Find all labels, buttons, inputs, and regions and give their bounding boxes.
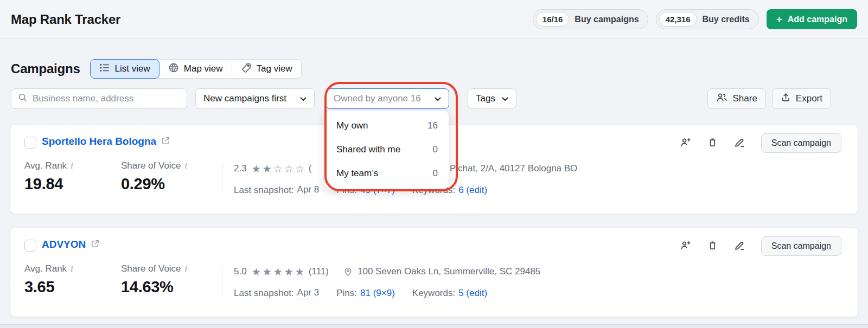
chevron-down-icon (502, 93, 508, 104)
star-rating-icons: ★★☆☆☆ (252, 164, 306, 174)
campaign-address: 100 Seven Oaks Ln, Summerville, SC 29485 (358, 266, 540, 277)
sort-value: New campaigns first (203, 93, 286, 104)
last-snapshot-label: Last snapshot: (234, 185, 294, 196)
chevron-down-icon (300, 93, 307, 104)
menu-item-count: 0 (433, 144, 438, 155)
share-of-voice-label: Share of Voice (121, 263, 181, 274)
sort-dropdown[interactable]: New campaigns first (195, 88, 315, 109)
avg-rank-label: Avg. Rank (24, 160, 67, 171)
share-of-voice-value: 0.29% (121, 175, 187, 193)
star-rating-icons: ★★★★★ (252, 267, 306, 277)
export-label: Export (796, 93, 822, 104)
campaign-checkbox[interactable] (24, 240, 36, 252)
trash-icon (707, 240, 718, 252)
person-add-icon (680, 137, 691, 149)
avg-rank-value: 3.65 (24, 278, 73, 296)
chevron-down-icon (435, 93, 441, 104)
snapshot-date[interactable]: Apr 8 (297, 184, 320, 196)
plus-icon: + (776, 14, 782, 24)
campaign-address: Pichat, 2/A, 40127 Bologna BO (450, 162, 577, 176)
search-icon (18, 93, 28, 105)
share-campaign-button[interactable] (680, 240, 691, 252)
tab-list-view[interactable]: List view (90, 59, 159, 79)
view-switcher: List view Map view Tag view (90, 59, 302, 79)
share-button[interactable]: Share (707, 88, 765, 109)
divider (222, 266, 222, 298)
snapshot-date[interactable]: Apr 3 (297, 287, 320, 299)
campaign-checkbox[interactable] (24, 137, 36, 149)
keywords-label: Keywords: (412, 288, 455, 299)
pencil-icon (734, 240, 745, 253)
person-add-icon (680, 240, 691, 252)
buy-campaigns-button[interactable]: 16/16 Buy campaigns (533, 9, 648, 29)
external-link-icon[interactable] (91, 239, 100, 250)
tag-icon (241, 62, 252, 76)
owner-menu-item-shared-with-me[interactable]: Shared with me 0 (326, 138, 449, 162)
menu-item-count: 16 (427, 120, 438, 131)
scan-campaign-button[interactable]: Scan campaign (761, 236, 841, 256)
location-pin-icon (343, 267, 353, 277)
owner-filter-dropdown[interactable]: Owned by anyone 16 (326, 88, 449, 109)
last-snapshot-label: Last snapshot: (234, 288, 294, 299)
tab-tag-view[interactable]: Tag view (232, 60, 301, 78)
tag-view-label: Tag view (257, 63, 292, 74)
trash-icon (707, 137, 718, 149)
delete-campaign-button[interactable] (707, 240, 718, 252)
edit-campaign-button[interactable] (734, 240, 745, 253)
keywords-link[interactable]: 5 (edit) (458, 288, 487, 299)
page-title: Map Rank Tracker (11, 12, 120, 27)
header-actions: 16/16 Buy campaigns 42,316 Buy credits +… (533, 9, 857, 29)
add-campaign-button[interactable]: + Add campaign (767, 9, 857, 29)
info-icon[interactable]: i (185, 161, 187, 171)
campaign-name-link[interactable]: Sportello Hera Bologna (42, 136, 156, 147)
export-button[interactable]: Export (772, 88, 831, 109)
search-input[interactable] (33, 93, 180, 104)
pencil-icon (734, 137, 745, 150)
campaign-search (11, 88, 187, 109)
people-icon (716, 92, 727, 105)
owner-filter-menu: My own 16 Shared with me 0 My team’s 0 (326, 111, 449, 189)
pins-label: Pins: (336, 288, 357, 299)
menu-item-label: My own (336, 120, 368, 131)
info-icon[interactable]: i (185, 264, 187, 274)
share-of-voice-label: Share of Voice (121, 160, 181, 171)
divider (222, 163, 222, 195)
campaign-name-link[interactable]: ADVYON (42, 239, 86, 250)
menu-item-label: My team’s (336, 168, 378, 179)
keywords-link[interactable]: 6 (edit) (458, 185, 487, 196)
owner-filter-value: Owned by anyone 16 (334, 93, 421, 104)
bottom-strip (0, 324, 868, 328)
map-view-label: Map view (184, 63, 223, 74)
info-icon[interactable]: i (71, 264, 73, 274)
app-header: Map Rank Tracker 16/16 Buy campaigns 42,… (0, 0, 868, 39)
rating-value: 2.3 (234, 163, 247, 174)
campaigns-section-head: Campaigns List view Map view Tag view (11, 59, 857, 79)
delete-campaign-button[interactable] (707, 137, 718, 149)
campaigns-heading: Campaigns (11, 61, 80, 76)
menu-item-label: Shared with me (336, 144, 400, 155)
owner-menu-item-my-teams[interactable]: My team’s 0 (326, 162, 449, 185)
edit-campaign-button[interactable] (734, 137, 745, 150)
info-icon[interactable]: i (71, 161, 73, 171)
tab-map-view[interactable]: Map view (159, 60, 232, 78)
globe-icon (168, 62, 179, 76)
buy-campaigns-label: Buy campaigns (575, 15, 639, 24)
campaigns-quota-badge: 16/16 (536, 12, 570, 27)
add-campaign-label: Add campaign (788, 15, 847, 24)
list-view-label: List view (115, 63, 150, 74)
reviews-count: (111) (309, 266, 329, 277)
credits-badge: 42,316 (659, 12, 697, 27)
avg-rank-value: 19.84 (24, 175, 73, 193)
export-icon (781, 92, 791, 105)
tags-dropdown[interactable]: Tags (468, 88, 516, 109)
external-link-icon[interactable] (161, 136, 170, 147)
scan-campaign-button[interactable]: Scan campaign (761, 133, 841, 153)
menu-item-count: 0 (433, 168, 438, 179)
owner-menu-item-my-own[interactable]: My own 16 (326, 114, 449, 138)
buy-credits-button[interactable]: 42,316 Buy credits (656, 9, 759, 29)
avg-rank-label: Avg. Rank (24, 263, 67, 274)
pins-link[interactable]: 81 (9×9) (360, 288, 395, 299)
share-campaign-button[interactable] (680, 137, 691, 149)
list-view-icon (99, 62, 110, 76)
rating-value: 5.0 (234, 266, 247, 277)
